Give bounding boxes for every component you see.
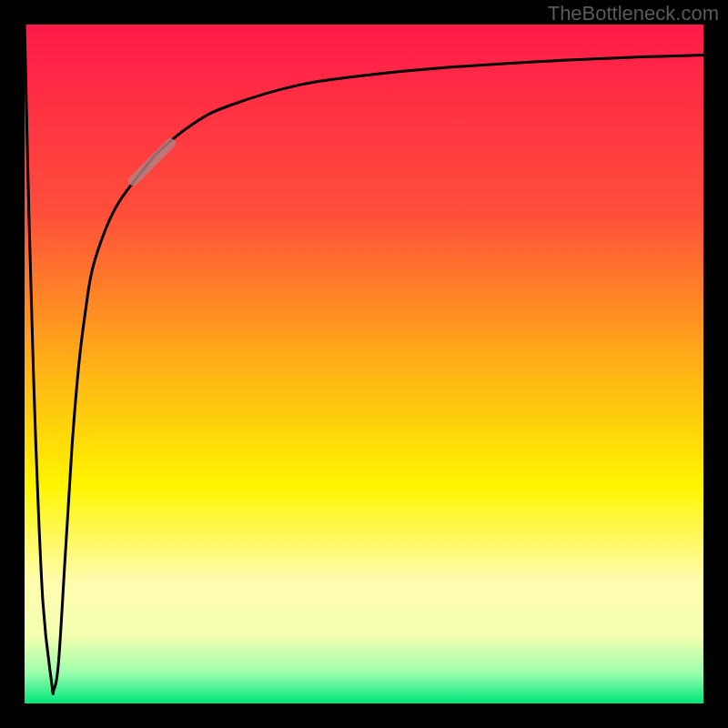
chart-svg xyxy=(25,25,703,703)
chart-frame: TheBottleneck.com xyxy=(0,0,728,728)
gradient-background xyxy=(25,25,703,703)
attribution-label: TheBottleneck.com xyxy=(548,2,719,25)
plot-area xyxy=(25,25,703,703)
